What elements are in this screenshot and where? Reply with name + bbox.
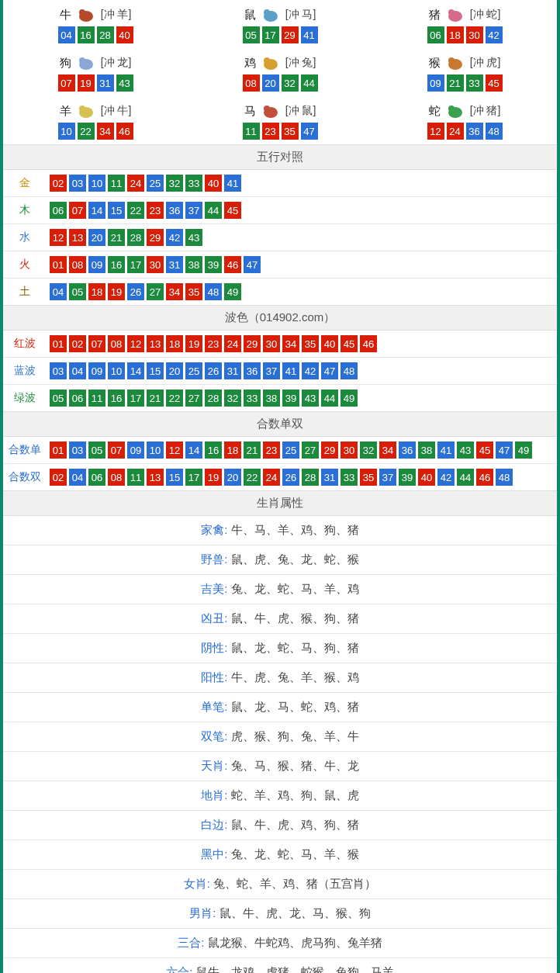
number-ball: 22	[78, 123, 95, 140]
sx-row: 双笔: 虎、猴、狗、兔、羊、牛	[3, 722, 557, 752]
number-ball: 03	[69, 441, 86, 459]
sx-text: 鼠龙猴、牛蛇鸡、虎马狗、兔羊猪	[208, 936, 382, 949]
sx-label: 男肖:	[189, 906, 216, 919]
number-ball: 28	[127, 229, 144, 246]
data-row: 金02031011242532334041	[3, 170, 557, 197]
row-balls: 0102070812131819232429303435404546	[47, 331, 557, 357]
svg-point-3	[264, 9, 270, 16]
number-ball: 07	[69, 202, 86, 219]
number-ball: 05	[69, 283, 86, 300]
number-ball: 04	[69, 469, 86, 486]
number-ball: 25	[282, 441, 299, 459]
number-ball: 42	[302, 362, 319, 379]
sx-label: 双笔:	[201, 729, 227, 743]
number-ball: 08	[108, 469, 125, 486]
number-ball: 35	[302, 335, 319, 352]
sx-text: 鼠牛、龙鸡、虎猪、蛇猴、兔狗、马羊	[196, 965, 394, 973]
zodiac-conflict: [冲 羊]	[101, 8, 132, 22]
number-ball: 18	[447, 26, 464, 43]
zodiac-conflict: [冲 鼠]	[285, 104, 316, 118]
number-ball: 16	[78, 26, 95, 43]
number-ball: 25	[185, 362, 202, 379]
number-ball: 39	[205, 256, 222, 273]
number-ball: 09	[427, 74, 444, 92]
zodiac-name: 马	[244, 104, 256, 119]
row-balls: 1213202128294243	[47, 224, 557, 251]
number-ball: 43	[116, 74, 133, 92]
sx-row: 天肖: 兔、马、猴、猪、牛、龙	[3, 752, 557, 781]
number-ball: 39	[282, 390, 299, 407]
number-ball: 12	[50, 229, 67, 246]
row-label: 金	[3, 170, 47, 196]
number-ball: 44	[457, 469, 474, 486]
number-ball: 04	[69, 362, 86, 379]
sx-row: 家禽: 牛、马、羊、鸡、狗、猪	[3, 516, 557, 545]
sx-label: 家禽:	[201, 523, 227, 536]
number-ball: 33	[185, 175, 202, 192]
sx-text: 鼠、虎、兔、龙、蛇、猴	[231, 552, 359, 566]
number-ball: 21	[108, 229, 125, 246]
number-ball: 16	[108, 256, 125, 273]
number-ball: 07	[108, 441, 125, 459]
number-ball: 40	[418, 469, 435, 486]
row-label: 木	[3, 197, 47, 223]
number-ball: 15	[166, 469, 183, 486]
zodiac-conflict: [冲 马]	[285, 8, 316, 22]
number-ball: 21	[244, 441, 261, 459]
number-ball: 34	[379, 441, 396, 459]
number-ball: 23	[263, 441, 280, 459]
sx-row: 六合: 鼠牛、龙鸡、虎猪、蛇猴、兔狗、马羊	[3, 958, 557, 973]
svg-point-7	[79, 57, 85, 64]
number-ball: 06	[427, 26, 444, 43]
number-ball: 25	[147, 175, 164, 192]
number-ball: 49	[515, 441, 532, 459]
data-row: 水1213202128294243	[3, 224, 557, 251]
number-ball: 22	[166, 390, 183, 407]
number-ball: 29	[147, 229, 164, 246]
data-row: 蓝波03040910141520252631363741424748	[3, 358, 557, 385]
number-ball: 43	[457, 441, 474, 459]
number-ball: 09	[88, 362, 105, 379]
row-label: 红波	[3, 331, 47, 357]
zodiac-grid: 牛[冲 羊]04162840鼠[冲 马]05172941猪[冲 蛇]061830…	[3, 0, 557, 144]
number-ball: 03	[69, 175, 86, 192]
number-ball: 33	[340, 469, 358, 486]
sx-text: 兔、龙、蛇、马、羊、鸡	[231, 582, 359, 595]
sx-text: 牛、马、羊、鸡、狗、猪	[231, 523, 359, 536]
zodiac-conflict: [冲 猪]	[470, 104, 501, 118]
number-ball: 28	[302, 469, 319, 486]
number-ball: 45	[486, 74, 503, 92]
number-ball: 23	[147, 202, 164, 219]
number-ball: 40	[205, 175, 222, 192]
number-ball: 05	[243, 26, 260, 43]
zodiac-balls: 07193143	[3, 74, 188, 92]
number-ball: 11	[108, 175, 125, 192]
zodiac-icon	[444, 102, 467, 119]
sx-label: 阳性:	[201, 670, 227, 684]
zodiac-cell: 鸡[冲 兔]08203244	[188, 48, 372, 96]
sx-label: 三合:	[178, 936, 204, 949]
zodiac-cell: 羊[冲 牛]10223446	[3, 96, 188, 144]
row-balls: 0108091617303138394647	[47, 251, 557, 278]
number-ball: 47	[244, 256, 261, 273]
zodiac-name: 狗	[60, 56, 71, 71]
number-ball: 46	[116, 123, 133, 140]
data-row: 土04051819262734354849	[3, 279, 557, 305]
svg-point-15	[264, 106, 270, 112]
number-ball: 01	[50, 256, 67, 273]
row-balls: 0103050709101214161821232527293032343638…	[47, 437, 557, 463]
zodiac-icon	[259, 54, 282, 71]
section-header-bose: 波色（014902.com）	[3, 305, 557, 331]
number-ball: 32	[166, 175, 183, 192]
zodiac-name: 猴	[429, 56, 441, 71]
number-ball: 48	[340, 362, 358, 379]
number-ball: 10	[58, 123, 75, 140]
number-ball: 36	[166, 202, 183, 219]
number-ball: 09	[127, 441, 144, 459]
number-ball: 14	[127, 362, 144, 379]
number-ball: 12	[166, 441, 183, 459]
zodiac-name: 猪	[429, 8, 441, 23]
zodiac-name: 蛇	[429, 104, 441, 119]
number-ball: 48	[496, 469, 513, 486]
number-ball: 47	[496, 441, 513, 459]
